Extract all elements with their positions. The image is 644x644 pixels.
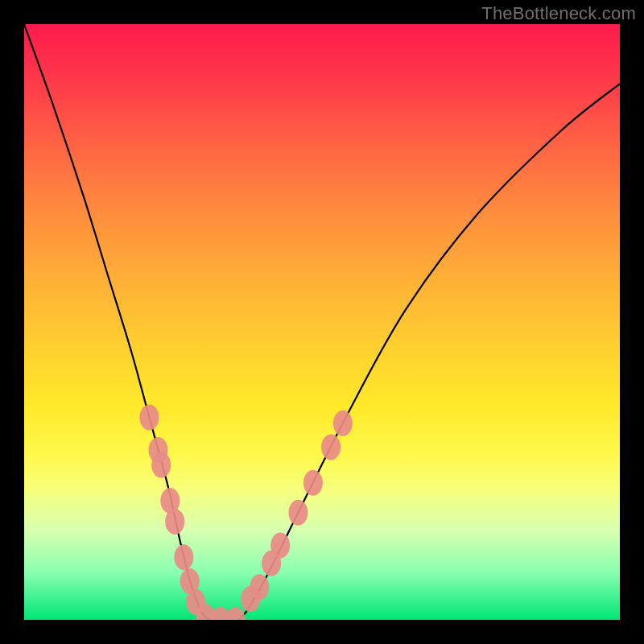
highlight-point — [333, 411, 353, 436]
highlight-point — [174, 544, 193, 570]
watermark-text: TheBottleneck.com — [481, 3, 636, 24]
highlight-point — [303, 470, 323, 496]
chart-frame: TheBottleneck.com — [0, 0, 644, 644]
highlight-point — [226, 607, 246, 620]
highlight-point — [139, 404, 159, 430]
highlight-point — [250, 574, 269, 600]
highlight-point — [321, 434, 341, 460]
highlight-point — [288, 500, 308, 526]
chart-svg — [24, 24, 620, 620]
plot-area — [24, 24, 620, 620]
highlight-point — [270, 533, 290, 559]
highlight-point — [151, 452, 171, 478]
curve-layer — [24, 24, 620, 620]
bottleneck-curve-path — [24, 24, 620, 620]
highlight-point — [165, 509, 184, 535]
highlight-points-layer — [139, 404, 353, 620]
